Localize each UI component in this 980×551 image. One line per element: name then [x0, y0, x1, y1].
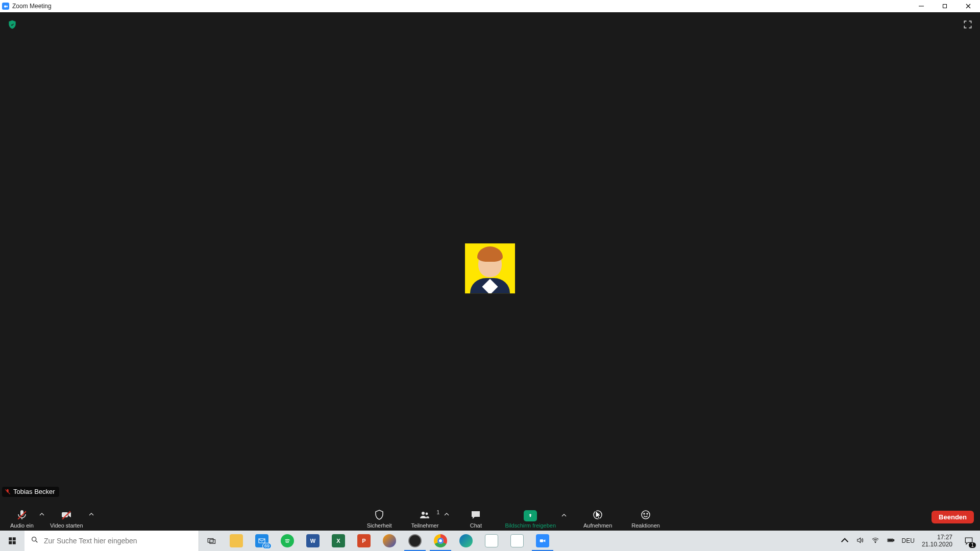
taskbar-app-eclipse[interactable] — [377, 531, 402, 551]
security-label: Sicherheit — [367, 522, 392, 529]
meeting-toolbar: Audio ein Video starten Sicherheit — [0, 499, 980, 531]
start-button[interactable] — [0, 531, 24, 551]
action-center-button[interactable]: 1 — [958, 531, 980, 551]
svg-rect-15 — [208, 539, 213, 543]
audio-button[interactable]: Audio ein — [6, 508, 38, 529]
svg-point-9 — [647, 513, 648, 514]
taskbar-app-mail[interactable]: 69 — [249, 531, 275, 551]
word-icon: W — [306, 534, 320, 547]
taskbar-app-notepad-2[interactable] — [504, 531, 530, 551]
task-view-button[interactable] — [199, 531, 224, 551]
svg-point-4 — [426, 513, 428, 515]
participant-avatar — [465, 243, 515, 293]
video-options-chevron[interactable] — [87, 512, 95, 525]
svg-rect-0 — [4, 5, 7, 7]
video-label: Video starten — [50, 522, 83, 529]
zoom-app-icon — [2, 3, 9, 10]
svg-rect-1 — [943, 5, 947, 8]
taskbar-apps: 69 W X P — [224, 531, 555, 551]
notification-count-badge: 1 — [969, 542, 976, 548]
taskbar-search[interactable] — [24, 531, 199, 551]
edge-icon — [459, 534, 473, 547]
svg-rect-2 — [62, 512, 68, 517]
svg-rect-17 — [540, 539, 544, 542]
shield-icon — [373, 508, 386, 521]
svg-point-8 — [644, 513, 645, 514]
record-icon — [591, 508, 604, 521]
meeting-area: Tobias Becker Audio ein Video starten — [0, 12, 980, 531]
microphone-icon — [15, 508, 29, 521]
encryption-shield-icon[interactable] — [7, 19, 17, 30]
participants-label: Teilnehmer — [411, 522, 439, 529]
chat-button[interactable]: Chat — [462, 508, 489, 529]
svg-point-3 — [422, 512, 425, 515]
window-minimize-button[interactable] — [910, 0, 933, 12]
spotify-icon — [281, 534, 294, 547]
tray-overflow-chevron[interactable] — [841, 536, 849, 546]
taskbar-clock[interactable]: 17:27 21.10.2020 — [922, 534, 952, 548]
record-button[interactable]: Aufnehmen — [579, 508, 616, 529]
chrome-icon — [434, 534, 447, 547]
share-screen-button[interactable]: Bildschirm freigeben — [501, 510, 560, 529]
mail-unread-badge: 69 — [262, 543, 272, 549]
obs-icon — [408, 534, 422, 547]
end-label: Beenden — [939, 513, 967, 521]
wifi-icon[interactable] — [871, 536, 879, 546]
excel-icon: X — [332, 534, 345, 547]
input-language-indicator[interactable]: DEU — [902, 537, 915, 544]
participants-button[interactable]: 1 Teilnehmer — [407, 508, 443, 529]
window-title: Zoom Meeting — [12, 3, 52, 10]
svg-rect-20 — [893, 539, 894, 541]
share-up-arrow-icon — [524, 510, 537, 521]
taskbar-app-obs[interactable] — [402, 531, 428, 551]
people-icon — [418, 508, 431, 521]
audio-options-chevron[interactable] — [38, 512, 46, 525]
taskbar-app-notepad[interactable] — [479, 531, 504, 551]
system-tray: DEU 17:27 21.10.2020 — [836, 531, 958, 551]
participants-options-chevron[interactable] — [443, 512, 451, 525]
notepad-icon — [510, 534, 524, 547]
battery-icon[interactable] — [887, 536, 895, 546]
taskbar-search-input[interactable] — [44, 537, 192, 545]
audio-label: Audio ein — [10, 522, 34, 529]
enter-fullscreen-button[interactable] — [963, 19, 973, 30]
taskbar-app-zoom[interactable] — [530, 531, 555, 551]
taskbar-app-spotify[interactable] — [275, 531, 300, 551]
share-options-chevron[interactable] — [560, 513, 568, 526]
share-label: Bildschirm freigeben — [505, 522, 556, 529]
taskbar-app-word[interactable]: W — [300, 531, 326, 551]
participants-count: 1 — [436, 509, 439, 515]
clock-time: 17:27 — [922, 534, 952, 541]
svg-rect-10 — [9, 537, 12, 540]
taskbar-app-excel[interactable]: X — [326, 531, 351, 551]
video-button[interactable]: Video starten — [46, 508, 87, 529]
reactions-button[interactable]: Reaktionen — [627, 508, 664, 529]
svg-rect-12 — [9, 541, 12, 544]
taskbar-app-powerpoint[interactable]: P — [351, 531, 377, 551]
record-label: Aufnehmen — [583, 522, 612, 529]
svg-rect-16 — [210, 540, 215, 544]
window-close-button[interactable] — [957, 0, 980, 12]
security-button[interactable]: Sicherheit — [363, 508, 396, 529]
powerpoint-icon: P — [357, 534, 371, 547]
svg-rect-21 — [888, 539, 892, 541]
zoom-icon — [536, 534, 549, 547]
taskbar-app-explorer[interactable] — [224, 531, 249, 551]
eclipse-icon — [383, 534, 396, 547]
window-titlebar: Zoom Meeting — [0, 0, 980, 12]
video-camera-icon — [60, 508, 73, 521]
windows-taskbar: 69 W X P DEU 17:27 — [0, 531, 980, 551]
smiley-icon — [639, 508, 652, 521]
window-maximize-button[interactable] — [933, 0, 957, 12]
notepad-icon — [485, 534, 498, 547]
participant-name-overlay: Tobias Becker — [2, 487, 59, 497]
taskbar-app-edge[interactable] — [453, 531, 479, 551]
volume-icon[interactable] — [856, 536, 864, 546]
svg-point-14 — [32, 537, 36, 541]
taskbar-app-chrome[interactable] — [428, 531, 453, 551]
svg-point-7 — [642, 511, 650, 519]
svg-point-18 — [875, 542, 876, 543]
end-meeting-button[interactable]: Beenden — [932, 511, 974, 523]
svg-rect-11 — [13, 537, 16, 540]
participant-name-text: Tobias Becker — [13, 488, 55, 495]
